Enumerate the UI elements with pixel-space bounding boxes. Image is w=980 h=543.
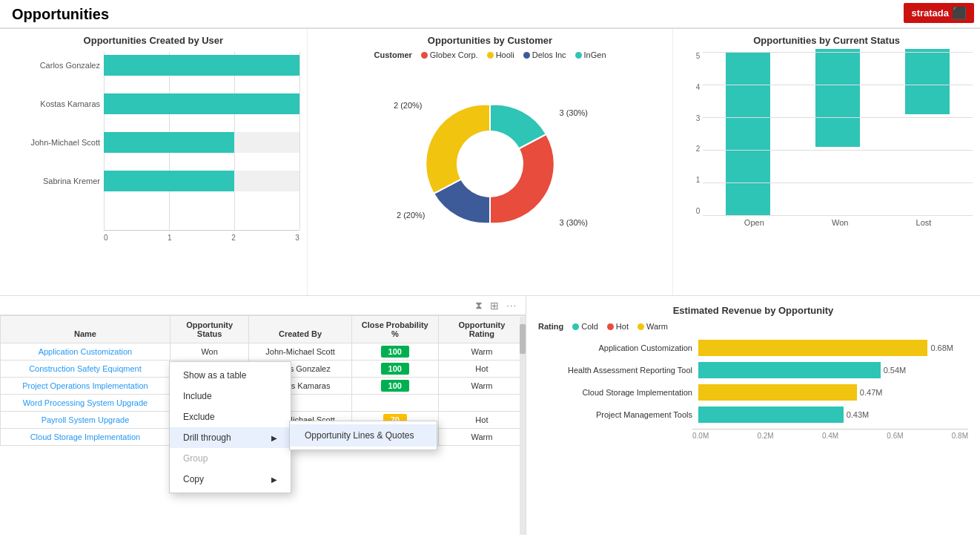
rev-bar-fill-4: [698, 407, 844, 423]
bar-label-sabrina: Sabrina Kremer: [7, 177, 100, 185]
donut-label-lt: 2 (20%): [394, 101, 423, 110]
rev-row-4: Project Management Tools 0.43M: [544, 407, 968, 423]
revenue-chart-title: Estimated Revenue by Opportunity: [538, 305, 968, 316]
bar-row-kostas: Kostas Kamaras: [104, 90, 299, 117]
revenue-chart-panel: Estimated Revenue by Opportunity Rating …: [526, 296, 980, 535]
page-title: Opportunities: [12, 6, 109, 23]
submenu[interactable]: Opportunity Lines & Quotes: [289, 421, 437, 450]
ctx-item-include[interactable]: Include: [170, 386, 291, 407]
x-label-2: 2: [231, 234, 236, 242]
cell-name-2[interactable]: Construction Safety Equiqment: [1, 361, 170, 378]
cell-name-4[interactable]: Word Processing System Upgrade: [1, 395, 170, 412]
drill-through-arrow-icon: ▶: [271, 434, 277, 442]
cell-status-1: Won: [170, 343, 248, 361]
customer-chart-panel: Opportunities by Customer Customer Globe…: [308, 29, 674, 295]
scrollbar[interactable]: [520, 317, 526, 535]
bar-label-kostas: Kostas Kamaras: [7, 99, 100, 108]
cell-name-5[interactable]: Payroll System Upgrade: [1, 412, 170, 429]
legend-ingen: InGen: [575, 50, 606, 59]
customer-legend: Customer Globex Corp. Hooli Delos Inc In…: [374, 50, 606, 59]
logo-icon: ⬛: [952, 6, 967, 20]
donut-label-rt: 3 (30%): [559, 108, 588, 117]
rev-legend-warm: Warm: [638, 322, 668, 331]
rev-label-2: Health Assessment Reporting Tool: [544, 366, 692, 375]
col-rating: Opportunity Rating: [438, 316, 525, 343]
status-chart-title: Opportunities by Current Status: [681, 35, 973, 46]
table-toolbar: ⧗ ⊞ ···: [0, 296, 526, 315]
rev-bar-fill-3: [698, 384, 857, 401]
status-y-axis: 543210: [681, 52, 700, 215]
bar-row-carlos: Carlos Gonzalez: [104, 52, 299, 79]
col-created-by: Created By: [249, 316, 351, 343]
user-chart-title: Opportunities Created by User: [7, 35, 299, 46]
revenue-bars: Application Customization 0.68M Health A…: [538, 340, 968, 423]
cell-name-3[interactable]: Project Operations Implementation: [1, 378, 170, 395]
legend-delos: Delos Inc: [523, 50, 566, 59]
donut-label-lb: 2 (20%): [397, 211, 426, 220]
rev-val-1: 0.68M: [930, 343, 953, 352]
context-menu[interactable]: Show as a table Include Exclude Drill th…: [169, 361, 291, 493]
rev-legend-label: Rating: [538, 322, 563, 331]
cell-rating-6: Warm: [438, 429, 525, 446]
cell-name-6[interactable]: Cloud Storage Implementation: [1, 429, 170, 446]
user-chart-bars: Carlos Gonzalez Kostas Kamaras John-Mich…: [104, 52, 299, 230]
rev-bar-fill-1: [698, 340, 927, 356]
cell-rating-4: [438, 395, 525, 412]
ctx-item-copy[interactable]: Copy ▶: [170, 469, 291, 490]
rev-val-3: 0.47M: [860, 388, 883, 397]
legend-label: Customer: [374, 50, 411, 59]
cell-prob-2: 100: [351, 361, 438, 378]
bar-fill-john: [104, 132, 234, 153]
cell-rating-1: Warm: [438, 343, 525, 361]
rev-val-2: 0.54M: [884, 366, 907, 375]
x-label-1: 1: [168, 234, 172, 242]
logo: stratada ⬛: [904, 3, 974, 23]
rev-bar-fill-2: [698, 362, 881, 378]
cell-prob-1: 100: [351, 343, 438, 361]
table-row: Application Customization Won John-Micha…: [1, 343, 526, 361]
col-name: Name: [1, 316, 170, 343]
rev-row-1: Application Customization 0.68M: [544, 340, 968, 356]
scroll-thumb[interactable]: [520, 324, 526, 354]
status-label-won: Won: [832, 218, 848, 227]
bar-fill-carlos: [104, 55, 299, 76]
legend-globex: Globex Corp.: [421, 50, 478, 59]
ctx-item-show-as-table[interactable]: Show as a table: [170, 365, 291, 386]
rev-val-4: 0.43M: [847, 410, 870, 419]
rev-legend-cold: Cold: [572, 322, 598, 331]
col-status: Opportunity Status: [170, 316, 248, 343]
status-label-open: Open: [744, 218, 764, 227]
cell-rating-5: Hot: [438, 412, 525, 429]
cell-name-1[interactable]: Application Customization: [1, 343, 170, 361]
revenue-legend: Rating Cold Hot Warm: [538, 322, 968, 331]
bar-fill-sabrina: [104, 171, 234, 191]
svg-point-0: [457, 131, 523, 197]
bar-label-carlos: Carlos Gonzalez: [7, 61, 100, 70]
copy-arrow-icon: ▶: [271, 475, 277, 484]
donut-chart: [416, 90, 564, 238]
x-label-3: 3: [295, 234, 299, 242]
x-label-0: 0: [104, 234, 108, 242]
expand-icon[interactable]: ⊞: [490, 300, 499, 312]
filter-icon[interactable]: ⧗: [475, 299, 483, 312]
bar-label-john: John-Michael Scott: [7, 138, 100, 147]
table-panel: ⧗ ⊞ ··· Name Opportunity Status Created …: [0, 296, 526, 535]
cell-prob-3: 100: [351, 378, 438, 395]
cell-created-1: John-Michael Scott: [249, 343, 351, 361]
bar-row-sabrina: Sabrina Kremer: [104, 168, 299, 194]
ctx-item-exclude[interactable]: Exclude: [170, 407, 291, 427]
customer-chart-title: Opportunities by Customer: [428, 35, 552, 46]
ctx-item-group: Group: [170, 448, 291, 469]
ctx-item-drill-through[interactable]: Drill through ▶: [170, 427, 291, 448]
col-prob: Close Probability %: [351, 316, 438, 343]
bar-row-john: John-Michael Scott: [104, 129, 299, 156]
rev-x-axis: 0.0M0.2M0.4M0.6M0.8M: [692, 429, 968, 440]
more-icon[interactable]: ···: [506, 300, 517, 311]
rev-row-3: Cloud Storage Implementation 0.47M: [544, 384, 968, 401]
cell-rating-3: Warm: [438, 378, 525, 395]
rev-legend-hot: Hot: [607, 322, 629, 331]
submenu-item-opp-lines[interactable]: Opportunity Lines & Quotes: [290, 424, 437, 447]
logo-text: stratada: [911, 7, 949, 19]
status-chart-panel: Opportunities by Current Status 543210: [673, 29, 980, 295]
rev-label-3: Cloud Storage Implementation: [544, 388, 692, 397]
